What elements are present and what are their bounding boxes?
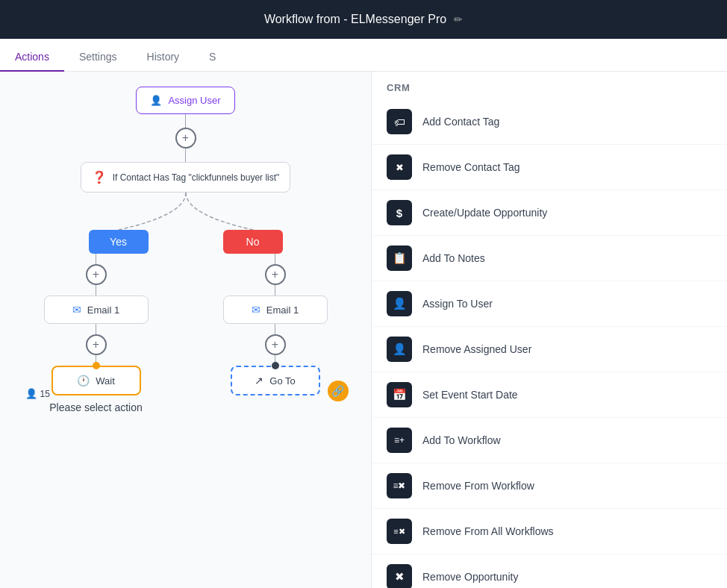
add-btn-left-2[interactable]: + [86,334,107,355]
tab-actions[interactable]: Actions [0,43,64,72]
remove-from-all-workflows-label: Remove From All Workflows [422,525,554,537]
workflow-title: Workflow from - ELMessenger Pro [264,13,446,26]
condition-icon: ❓ [92,170,107,184]
crm-item-remove-contact-tag[interactable]: ✖ Remove Contact Tag [372,145,727,190]
crm-item-set-event-start-date[interactable]: 📅 Set Event Start Date [372,372,727,418]
create-update-opportunity-icon: $ [387,200,412,225]
user-count: 15 [40,389,50,399]
crm-panel: CRM 🏷 Add Contact Tag ✖ Remove Contact T… [371,72,727,588]
remove-contact-tag-icon: ✖ [387,154,412,180]
wait-dot [93,362,100,369]
remove-assigned-user-icon: 👤 [387,337,412,362]
edit-icon[interactable]: ✏ [454,13,463,25]
remove-opportunity-icon: ✖ [387,564,412,588]
connector-2 [185,148,186,162]
crm-item-create-update-opportunity[interactable]: $ Create/Update Opportunity [372,190,727,236]
add-to-notes-icon: 📋 [387,245,412,271]
goto-container: ↗ Go To 🔗 [231,366,320,395]
tab-bar: Actions Settings History S [0,39,727,72]
crm-item-add-to-workflow[interactable]: ≡+ Add To Workflow [372,418,727,463]
set-event-start-date-label: Set Event Start Date [422,389,518,401]
add-btn-1[interactable]: + [175,128,196,148]
assign-user-label: Assign User [168,95,220,106]
crm-section-header: CRM [372,72,727,99]
assign-to-user-icon: 👤 [387,291,412,316]
goto-node[interactable]: ↗ Go To [231,366,320,395]
email-icon-left: ✉ [72,304,81,316]
crm-item-add-to-notes[interactable]: 📋 Add To Notes [372,236,727,281]
remove-assigned-user-label: Remove Assigned User [422,343,531,355]
user-badge: 👤 15 [25,388,50,399]
condition-label: If Contact Has Tag "clickfunnels buyer l… [113,172,280,183]
remove-opportunity-label: Remove Opportunity [422,571,518,583]
crm-item-remove-opportunity[interactable]: ✖ Remove Opportunity [372,554,727,588]
email-node-right[interactable]: ✉ Email 1 [223,295,328,324]
link-icon[interactable]: 🔗 [328,381,349,401]
add-btn-right-2[interactable]: + [265,334,286,355]
connector-1 [185,114,186,128]
wait-container: 🕐 Wait 👤 15 [52,366,141,395]
yes-button[interactable]: Yes [89,230,149,254]
no-button[interactable]: No [223,230,283,254]
email-label-left: Email 1 [87,304,119,316]
header: Workflow from - ELMessenger Pro ✏ [0,0,727,39]
connector-right-3 [275,324,275,334]
tab-settings[interactable]: Settings [64,43,132,72]
crm-items-list: 🏷 Add Contact Tag ✖ Remove Contact Tag $… [372,99,727,588]
assign-user-icon: 👤 [150,95,162,106]
wait-label: Wait [96,375,115,387]
remove-from-workflow-label: Remove From Workflow [422,480,534,492]
email-node-left[interactable]: ✉ Email 1 [44,295,149,324]
main-content: 👤 Assign User + ❓ If Contact Has Tag "cl… [0,72,727,588]
workflow-canvas: 👤 Assign User + ❓ If Contact Has Tag "cl… [0,72,371,588]
branch-curves [44,193,328,230]
goto-dot [272,362,279,369]
add-to-workflow-icon: ≡+ [387,428,412,453]
branch-right: + ✉ Email 1 + ↗ Go To [223,254,328,413]
email-label-right: Email 1 [266,304,299,316]
add-btn-right[interactable]: + [265,264,286,285]
user-icon-small: 👤 [25,388,37,399]
please-select-action: Please select action [49,401,143,413]
remove-from-all-workflows-icon: ≡✖ [387,519,412,544]
branch-svg [44,193,328,230]
assign-user-node[interactable]: 👤 Assign User [136,87,234,114]
goto-label: Go To [269,375,295,387]
assign-user-box[interactable]: 👤 Assign User [136,87,234,114]
remove-contact-tag-label: Remove Contact Tag [422,161,519,173]
crm-item-remove-from-workflow[interactable]: ≡✖ Remove From Workflow [372,463,727,509]
tab-history[interactable]: History [132,43,195,72]
branch-connectors: + ✉ Email 1 + 🕐 Wait [44,254,328,413]
connector-left-3 [96,324,96,334]
condition-box[interactable]: ❓ If Contact Has Tag "clickfunnels buyer… [81,162,291,193]
goto-icon: ↗ [255,375,263,387]
email-icon-right: ✉ [252,304,260,316]
crm-item-remove-from-all-workflows[interactable]: ≡✖ Remove From All Workflows [372,509,727,554]
connector-right-2 [275,285,275,295]
canvas-inner: 👤 Assign User + ❓ If Contact Has Tag "cl… [0,72,371,588]
wait-node[interactable]: 🕐 Wait [52,366,141,395]
add-to-workflow-label: Add To Workflow [422,434,501,446]
crm-item-assign-to-user[interactable]: 👤 Assign To User [372,281,727,327]
branch-buttons: Yes No [89,230,283,254]
wait-icon: 🕐 [77,375,90,387]
add-btn-left[interactable]: + [86,264,107,285]
set-event-start-date-icon: 📅 [387,382,412,407]
assign-to-user-label: Assign To User [422,298,493,310]
branch-left: + ✉ Email 1 + 🕐 Wait [44,254,149,413]
create-update-opportunity-label: Create/Update Opportunity [422,207,547,219]
add-contact-tag-icon: 🏷 [387,109,412,134]
add-to-notes-label: Add To Notes [422,252,485,264]
crm-item-add-contact-tag[interactable]: 🏷 Add Contact Tag [372,99,727,145]
crm-item-remove-assigned-user[interactable]: 👤 Remove Assigned User [372,327,727,372]
tab-s[interactable]: S [194,43,231,72]
connector-left-2 [96,285,96,295]
condition-node[interactable]: ❓ If Contact Has Tag "clickfunnels buyer… [81,162,291,193]
connector-right-1 [275,254,275,264]
connector-left-1 [96,254,96,264]
add-contact-tag-label: Add Contact Tag [422,116,499,128]
remove-from-workflow-icon: ≡✖ [387,473,412,498]
